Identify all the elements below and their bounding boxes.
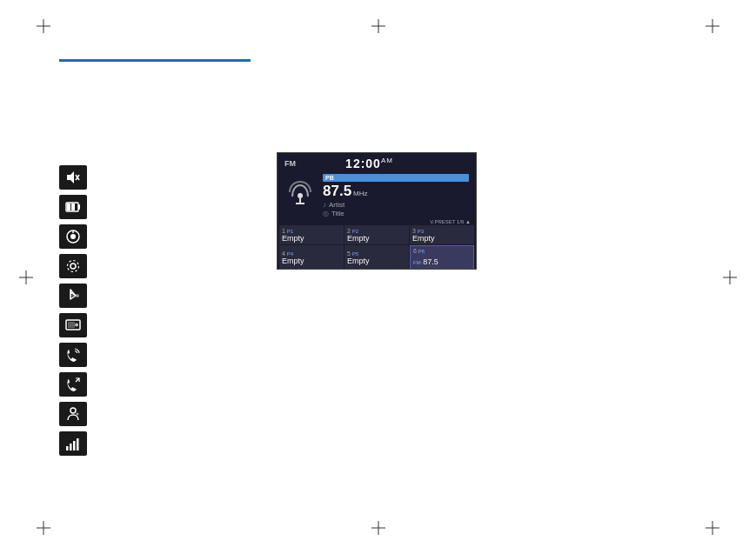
svg-point-15 <box>75 324 78 327</box>
center-mark-top <box>371 19 385 33</box>
now-playing-area: PB 87.5 MHz ♪ Artist ◎ Title <box>278 172 476 217</box>
hands-free-icon[interactable] <box>59 402 87 426</box>
center-mark-right <box>723 270 737 284</box>
corner-mark-tr <box>706 19 719 33</box>
display-icon[interactable] <box>59 313 87 337</box>
preset-5-num: 5 P5 <box>347 250 406 257</box>
preset-1[interactable]: 1 P1 Empty <box>279 225 344 244</box>
preset-2-name: Empty <box>347 234 406 243</box>
preset-5-name: Empty <box>347 257 406 265</box>
svg-point-11 <box>68 261 79 272</box>
bluetooth-icon[interactable] <box>59 284 87 308</box>
phone2-icon[interactable] <box>59 372 87 397</box>
corner-mark-br <box>706 521 719 535</box>
screen-time: 12:00AM <box>345 157 393 170</box>
svg-point-17 <box>77 413 79 416</box>
artist-label: Artist <box>329 201 345 209</box>
sidebar-icons <box>59 165 87 456</box>
display-screen: FM 12:00AM PB 8 <box>277 152 477 270</box>
section-line <box>59 59 251 62</box>
svg-rect-20 <box>73 441 76 451</box>
preset-6-freq: FM 87.5 <box>413 257 438 266</box>
svg-rect-4 <box>78 204 80 210</box>
svg-rect-18 <box>66 446 69 451</box>
signal-icon[interactable] <box>59 431 87 456</box>
vpreset-label: V.PRESET 1/6 ▲ <box>278 217 476 224</box>
frequency-unit: MHz <box>353 190 367 197</box>
pb-badge: PB <box>323 174 469 182</box>
svg-rect-6 <box>71 204 75 210</box>
preset-4-num: 4 P4 <box>282 250 341 257</box>
radio-wave-icon <box>285 177 315 210</box>
svg-marker-0 <box>67 171 74 184</box>
preset-3-name: Empty <box>412 234 472 243</box>
station-info: PB 87.5 MHz ♪ Artist ◎ Title <box>323 174 469 217</box>
screen-header: FM 12:00AM <box>278 153 476 172</box>
svg-point-16 <box>70 408 76 413</box>
preset-6[interactable]: 6 P6 FM 87.5 <box>410 245 474 270</box>
preset-4-name: Empty <box>282 257 341 265</box>
svg-rect-19 <box>70 444 72 451</box>
title-line: ◎ Title <box>323 210 469 217</box>
center-mark-left <box>19 270 33 284</box>
ampm-label: AM <box>381 157 393 164</box>
svg-point-10 <box>70 264 76 269</box>
preset-1-num: 1 P1 <box>282 228 341 234</box>
artist-icon: ♪ <box>323 201 326 209</box>
title-icon: ◎ <box>323 210 329 217</box>
time-value: 12:00 <box>345 157 381 170</box>
battery-icon[interactable] <box>59 195 87 219</box>
phone-icon[interactable] <box>59 343 87 367</box>
svg-rect-21 <box>77 438 79 451</box>
preset-3[interactable]: 3 P3 Empty <box>410 225 474 244</box>
preset-3-num: 3 P3 <box>412 228 472 234</box>
settings-icon[interactable] <box>59 254 87 278</box>
title-label: Title <box>331 210 345 217</box>
corner-mark-tl <box>37 19 50 33</box>
preset-5[interactable]: 5 P5 Empty <box>345 245 409 270</box>
preset-2-num: 2 P2 <box>347 228 406 234</box>
preset-2[interactable]: 2 P2 Empty <box>345 225 409 244</box>
frequency-value: 87.5 <box>323 183 351 200</box>
dial-icon[interactable] <box>59 224 87 249</box>
svg-rect-14 <box>68 322 75 328</box>
svg-point-8 <box>70 234 76 239</box>
preset-6-num: 6 P6 <box>413 248 471 254</box>
artist-line: ♪ Artist <box>323 201 469 209</box>
mute-icon[interactable] <box>59 165 87 190</box>
frequency-line: 87.5 MHz <box>323 183 469 200</box>
svg-point-22 <box>298 193 303 198</box>
presets-grid: 1 P1 Empty 2 P2 Empty 3 P3 Empty 4 P4 Em… <box>278 224 476 270</box>
preset-1-name: Empty <box>282 234 341 243</box>
preset-4[interactable]: 4 P4 Empty <box>279 245 344 270</box>
svg-rect-5 <box>67 204 70 210</box>
radio-icon-area <box>284 174 316 214</box>
corner-mark-bl <box>37 521 50 535</box>
fm-label: FM <box>284 159 296 168</box>
svg-point-12 <box>76 294 79 297</box>
center-mark-bottom <box>371 521 385 535</box>
